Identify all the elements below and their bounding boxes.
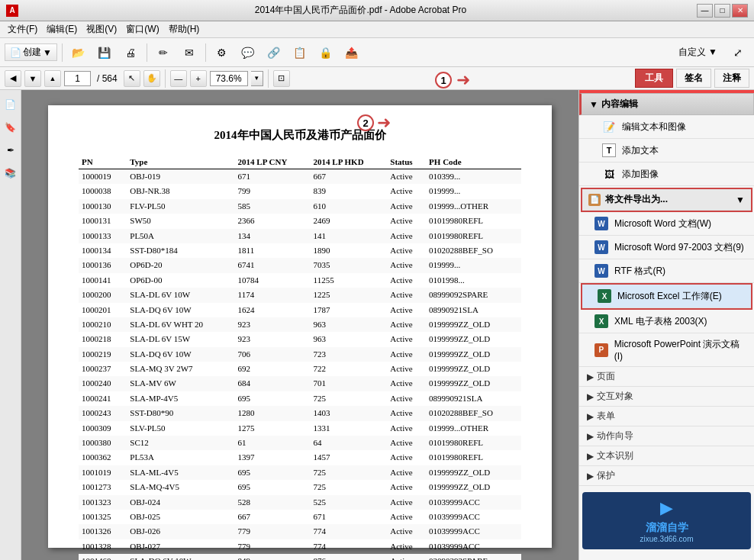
menu-view[interactable]: 视图(V) [82, 21, 121, 37]
table-cell: 01019980REFL [426, 436, 521, 450]
table-cell: 61 [235, 436, 311, 450]
left-sidebar: 📄 🔖 ✒ 📚 [0, 90, 21, 560]
table-cell: Active [387, 199, 426, 214]
add-image-item[interactable]: 🖼 添加图像 [579, 163, 754, 186]
maximize-button[interactable]: □ [714, 4, 730, 18]
interactive-section[interactable]: ▶ 交互对象 [579, 387, 754, 407]
fit-page-button[interactable]: ⊡ [273, 70, 290, 87]
menu-help[interactable]: 帮助(H) [164, 21, 205, 37]
menu-file[interactable]: 文件(F) [3, 21, 42, 37]
table-cell: 1000237 [79, 362, 127, 376]
comment-button[interactable]: 💬 [237, 42, 259, 63]
table-cell: 706 [235, 347, 311, 362]
menu-edit[interactable]: 编辑(E) [42, 21, 82, 37]
table-cell: 692 [235, 362, 311, 376]
hand-tool[interactable]: ✋ [143, 70, 160, 87]
toolbar-expand-button[interactable]: ⤢ [727, 42, 749, 63]
export-ppt-item[interactable]: P Microsoft PowerPoint 演示文稿(I) [579, 333, 754, 367]
pdf-page: 2014年中国人民币及港币产品面价 PN Type 2014 LP CNY 20… [48, 105, 552, 548]
pdf-viewer[interactable]: 2 ➜ 2014年中国人民币及港币产品面价 PN Type 2014 LP CN… [21, 90, 578, 560]
table-cell: Active [387, 495, 426, 510]
print-button[interactable]: 🖨 [119, 42, 142, 63]
table-cell: SLA-MP-4V5 [127, 391, 234, 406]
export-xml-item[interactable]: X XML 电子表格 2003(X) [579, 310, 754, 333]
add-text-item[interactable]: T 添加文本 [579, 139, 754, 163]
ocr-section[interactable]: ▶ 文本识别 [579, 446, 754, 466]
table-cell: 1001326 [79, 524, 127, 539]
window-controls[interactable]: — □ ✕ [697, 4, 748, 18]
ocr-label: 文本识别 [597, 449, 633, 462]
export-icon: 📄 [588, 194, 601, 206]
table-cell: 1000134 [79, 243, 127, 258]
settings-button[interactable]: ⚙ [211, 42, 234, 63]
forms-section[interactable]: ▶ 表单 [579, 407, 754, 426]
select-tool[interactable]: ↖ [124, 70, 140, 87]
tool3-button[interactable]: 🔒 [314, 42, 337, 63]
export-word97-label: Microsoft Word 97-2003 文档(9) [614, 241, 744, 254]
page-input[interactable] [64, 71, 91, 86]
export-section-header[interactable]: 📄 将文件导出为... ▼ [582, 189, 751, 211]
table-cell: Active [387, 480, 426, 494]
table-cell: 1397 [235, 450, 311, 465]
table-cell: 671 [235, 169, 311, 185]
close-button[interactable]: ✕ [732, 4, 748, 18]
tool4-button[interactable]: 📤 [340, 42, 363, 63]
forward-button[interactable]: ▼ [24, 70, 41, 87]
sidebar-bookmarks-icon[interactable]: 🔖 [2, 119, 19, 136]
table-cell: 695 [235, 480, 311, 494]
export-word-item[interactable]: W Microsoft Word 文档(W) [579, 212, 754, 236]
table-cell: 799 [235, 184, 311, 198]
table-cell: 1000130 [79, 199, 127, 214]
zoom-input[interactable] [210, 71, 248, 86]
menu-window[interactable]: 窗口(W) [121, 21, 163, 37]
sidebar-signatures-icon[interactable]: ✒ [2, 142, 19, 159]
protect-section[interactable]: ▶ 保护 [579, 466, 754, 486]
table-cell: 141 [311, 229, 388, 243]
table-cell: 01020288BEF_SO [426, 243, 521, 258]
table-cell: 525 [311, 495, 388, 510]
zoom-in-button[interactable]: + [190, 70, 207, 87]
table-cell: 089990921SLA [426, 391, 521, 406]
zoom-out-button[interactable]: — [170, 70, 187, 87]
table-cell: 1000019 [79, 169, 127, 185]
zoom-dropdown[interactable]: ▼ [251, 71, 263, 86]
customize-button[interactable]: 自定义 ▼ [672, 44, 723, 60]
table-row: 1000241SLA-MP-4V5695725Active089990921SL… [79, 391, 521, 406]
excel-item-highlighted[interactable]: X Microsoft Excel 工作簿(E) [581, 283, 752, 310]
page-total: / 564 [97, 73, 118, 84]
tool2-button[interactable]: 📋 [288, 42, 311, 63]
pages-section[interactable]: ▶ 页面 [579, 367, 754, 387]
table-cell: Active [387, 317, 426, 332]
edit-text-images-item[interactable]: 📝 编辑文本和图像 [579, 115, 754, 139]
create-button[interactable]: 📄 创建 ▼ [5, 43, 57, 61]
back-button[interactable]: ◀ [5, 70, 21, 87]
nav-right-tabs: 工具 签名 注释 [635, 69, 749, 88]
table-cell: 0199999ZZ_OLD [426, 317, 521, 332]
export-rtf-item[interactable]: W RTF 格式(R) [579, 259, 754, 283]
tab-tools[interactable]: 工具 [635, 69, 673, 88]
content-edit-section[interactable]: ▼ 内容编辑 [579, 93, 754, 115]
save-button[interactable]: 💾 [93, 42, 116, 63]
table-row: 1000134SST-D80*18418111890Active01020288… [79, 243, 521, 258]
table-cell: SST-D80*184 [127, 243, 234, 258]
actions-section[interactable]: ▶ 动作向导 [579, 426, 754, 446]
minimize-button[interactable]: — [697, 4, 713, 18]
export-excel-item[interactable]: X Microsoft Excel 工作簿(E) [582, 285, 751, 308]
prev-page-button[interactable]: ▲ [44, 70, 61, 87]
tool1-button[interactable]: 🔗 [263, 42, 285, 63]
sidebar-pages-icon[interactable]: 📄 [2, 96, 19, 113]
edit-button[interactable]: ✏ [152, 42, 175, 63]
table-cell: 1174 [235, 288, 311, 302]
export-word97-item[interactable]: W Microsoft Word 97-2003 文档(9) [579, 236, 754, 259]
table-cell: SLA-DL 6V WHT 20 [127, 317, 234, 332]
table-cell: 0199999ZZ_OLD [426, 480, 521, 494]
sidebar-layers-icon[interactable]: 📚 [2, 165, 19, 182]
open-button[interactable]: 📂 [67, 42, 90, 63]
table-cell: 019999...OTHER [426, 421, 521, 436]
table-cell: 923 [235, 332, 311, 346]
tab-sign[interactable]: 签名 [676, 69, 711, 88]
table-cell: 1225 [311, 288, 388, 302]
tab-comment[interactable]: 注释 [714, 69, 749, 88]
table-cell: 722 [311, 362, 388, 376]
email-button[interactable]: ✉ [178, 42, 201, 63]
